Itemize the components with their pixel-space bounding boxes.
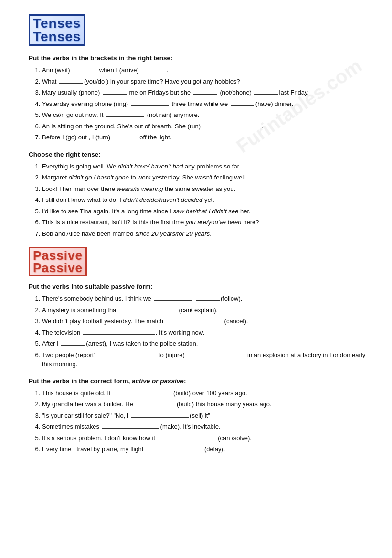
section1-list: Ann (wait) when I (arrive) . What (you/d… xyxy=(42,65,368,142)
blank[interactable] xyxy=(146,451,203,451)
logo-line1: Tenses xyxy=(33,17,81,30)
list-item: The television . It's working now. xyxy=(42,328,368,337)
passive-logo: Passive Passive xyxy=(29,247,368,276)
section2-list: Everythig is going well. We didn't have/… xyxy=(42,162,368,239)
passive-logo-line2: Passive xyxy=(33,262,83,274)
blank[interactable] xyxy=(136,406,174,406)
option-text: you are/you've been xyxy=(186,219,242,226)
option-text: didn't decide/haven't decided xyxy=(123,196,202,203)
blank[interactable] xyxy=(231,105,254,106)
blank[interactable] xyxy=(203,128,261,128)
passive-logo-line1: Passive xyxy=(33,249,83,262)
blank[interactable] xyxy=(141,72,165,72)
blank[interactable] xyxy=(103,94,127,95)
section-passive-form: Put the verbs into suitable passive form… xyxy=(29,283,368,369)
section-active-passive: Put the verbs in the correct form, activ… xyxy=(29,378,368,454)
blank[interactable] xyxy=(121,312,178,312)
list-item: We ca\n go out now. It (not rain) anymor… xyxy=(42,110,368,120)
blank[interactable] xyxy=(187,357,244,357)
list-item: What (you/do ) in your spare time? Have … xyxy=(42,77,368,86)
option-text: wears/is wearing xyxy=(117,185,163,192)
option-text: since 20 years/for 20 years xyxy=(135,230,210,237)
option-text: didn't go / hasn't gone xyxy=(69,174,129,181)
tenses-logo: Tenses Tenses xyxy=(29,14,368,46)
list-item: Ann (wait) when I (arrive) . xyxy=(42,65,368,75)
list-item: A mystery is something that (can/ explai… xyxy=(42,305,368,315)
blank[interactable] xyxy=(131,417,189,418)
list-item: Bob and Alice have been married since 20… xyxy=(42,229,368,239)
blank[interactable] xyxy=(106,116,144,117)
list-item: I still don't know what to do. I didn't … xyxy=(42,195,368,205)
blank[interactable] xyxy=(154,300,192,301)
blank[interactable] xyxy=(59,83,83,84)
blank[interactable] xyxy=(254,94,278,95)
blank[interactable] xyxy=(73,72,96,72)
section3-title: Put the verbs into suitable passive form… xyxy=(29,283,368,290)
list-item: It's a serious problem. I don't know how… xyxy=(42,433,368,443)
list-item: An is sitting on the ground. She's out o… xyxy=(42,122,368,131)
list-item: This house is quite old. It (build) over… xyxy=(42,389,368,398)
list-item: Look! Ther man over there wears/is weari… xyxy=(42,184,368,194)
section4-list: This house is quite old. It (build) over… xyxy=(42,389,368,454)
section4-title-italic: active or passive xyxy=(132,378,184,385)
list-item: After I (arrest), I was taken to the pol… xyxy=(42,339,368,348)
blank[interactable] xyxy=(61,345,85,346)
list-item: Mary usually (phone) me on Fridays but s… xyxy=(42,88,368,97)
list-item: Two people (report) to (injure) in an ex… xyxy=(42,350,368,369)
section-put-verbs-tense: Put the verbs in the brackets in the rig… xyxy=(29,54,368,142)
blank[interactable] xyxy=(102,428,159,429)
list-item: Every time I travel by plane, my flight … xyxy=(42,444,368,454)
section2-title: Choose the right tense: xyxy=(29,151,368,158)
list-item: This is a nice restaurant, isn't it? Is … xyxy=(42,218,368,227)
blank[interactable] xyxy=(83,334,155,335)
section4-title: Put the verbs in the correct form, activ… xyxy=(29,378,368,385)
list-item: Before I (go) out , I (turn) off the lig… xyxy=(42,133,368,142)
blank[interactable] xyxy=(113,139,137,139)
list-item: My grandfather was a builder. He (build)… xyxy=(42,400,368,409)
list-item: "Is your car still for sale?" "No, I (se… xyxy=(42,411,368,421)
blank[interactable] xyxy=(166,323,223,323)
logo-line2: Tenses xyxy=(33,30,81,43)
list-item: I'd like to see Tina again. It's a long … xyxy=(42,207,368,216)
list-item: Everythig is going well. We didn't have/… xyxy=(42,162,368,171)
section1-title: Put the verbs in the brackets in the rig… xyxy=(29,54,368,62)
blank[interactable] xyxy=(131,105,169,106)
section3-list: There's somebody behind us. I think we (… xyxy=(42,294,368,369)
list-item: Yesterday evening phone (ring) three tim… xyxy=(42,99,368,109)
list-item: Margaret didn't go / hasn't gone to work… xyxy=(42,173,368,182)
option-text: didn't have/ haven't had xyxy=(118,163,183,170)
list-item: Sometimes mistakes (make). It's inevitab… xyxy=(42,422,368,432)
blank[interactable] xyxy=(196,300,220,301)
list-item: There's somebody behind us. I think we (… xyxy=(42,294,368,304)
list-item: We didn't play football yesterday. The m… xyxy=(42,316,368,326)
option-text: saw her/that I didn't see xyxy=(173,208,239,215)
blank[interactable] xyxy=(98,357,156,357)
blank[interactable] xyxy=(113,395,170,395)
blank[interactable] xyxy=(193,94,217,95)
section-choose-tense: Choose the right tense: Everythig is goi… xyxy=(29,151,368,239)
blank[interactable] xyxy=(158,440,215,440)
